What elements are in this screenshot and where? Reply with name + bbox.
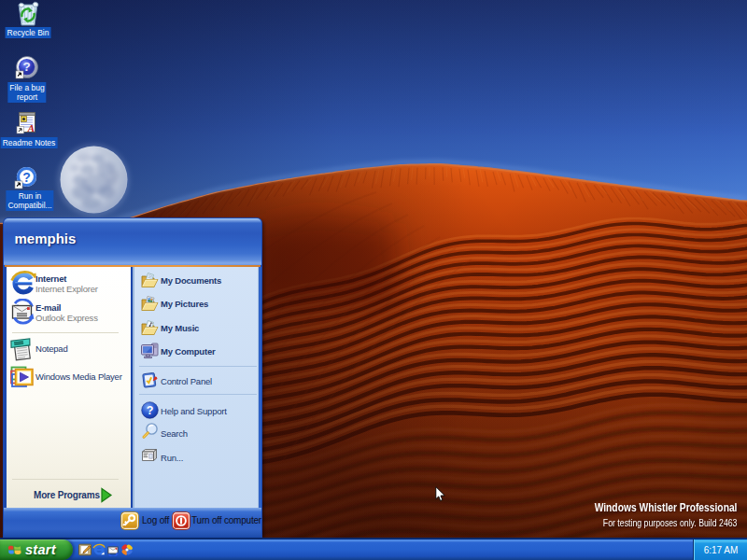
svg-text:A: A [27, 122, 35, 133]
svg-text:?: ? [22, 170, 31, 185]
svg-text:?: ? [22, 60, 30, 74]
svg-text:?: ? [147, 404, 154, 417]
